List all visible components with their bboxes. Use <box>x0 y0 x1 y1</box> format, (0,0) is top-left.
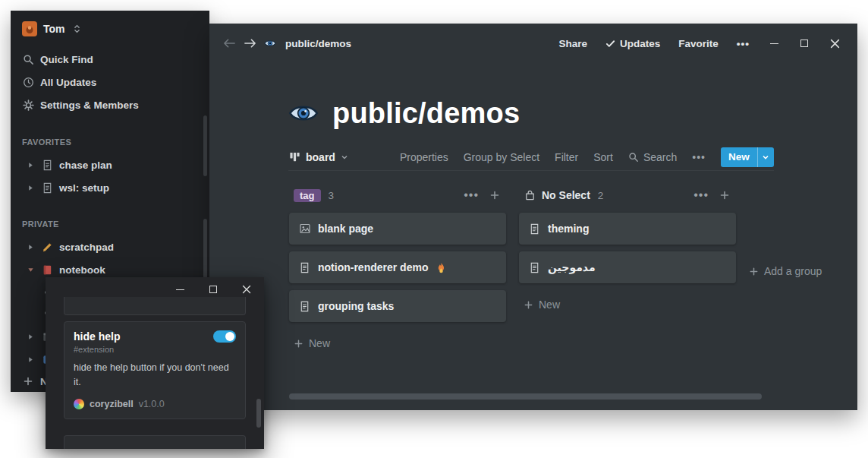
group-header: tag 3 ••• <box>289 185 506 206</box>
favorite-button[interactable]: Favorite <box>678 38 719 49</box>
collapse-toggle-icon[interactable] <box>26 267 35 273</box>
page-icon <box>298 262 311 273</box>
sidebar-item-all-updates[interactable]: All Updates <box>11 71 209 93</box>
view-more-button[interactable]: ••• <box>692 151 706 163</box>
more-button[interactable]: ••• <box>737 38 750 49</box>
page-title: public/demos <box>332 97 520 130</box>
forward-button[interactable] <box>244 38 256 49</box>
search-button[interactable]: Search <box>628 151 677 163</box>
page-icon <box>41 182 53 194</box>
board-card-arabic[interactable]: مدموجين <box>519 251 736 283</box>
board-card-blank-page[interactable]: blank page <box>289 213 506 245</box>
maximize-button[interactable] <box>798 39 810 47</box>
board-card-theming[interactable]: theming <box>519 213 736 245</box>
add-card-button[interactable]: New <box>289 333 506 354</box>
workspace-name: Tom <box>43 23 65 35</box>
eye-icon <box>264 37 276 49</box>
card-title: grouping tasks <box>318 300 394 312</box>
extension-popup-window: hide help #extension hide the help butto… <box>46 277 264 449</box>
board-card-grouping-tasks[interactable]: grouping tasks <box>289 290 506 322</box>
add-group-button[interactable]: Add a group <box>749 185 868 354</box>
search-label: Search <box>643 151 677 163</box>
plus-icon <box>749 267 759 276</box>
add-card-button[interactable]: New <box>519 294 736 315</box>
group-name[interactable]: No Select <box>524 189 590 201</box>
expand-toggle-icon[interactable] <box>26 356 35 363</box>
red-book-icon <box>41 264 53 276</box>
clock-icon <box>22 77 34 88</box>
group-more-button[interactable]: ••• <box>693 188 709 202</box>
properties-button[interactable]: Properties <box>400 151 448 163</box>
view-toolbar: board Properties Group by Select Filter … <box>288 144 774 171</box>
maximize-button[interactable] <box>208 286 219 293</box>
add-group-label: Add a group <box>764 265 822 277</box>
filter-button[interactable]: Filter <box>555 151 578 163</box>
main-titlebar: public/demos Share Updates Favorite ••• <box>209 24 857 63</box>
chevron-down-icon <box>341 153 348 161</box>
sidebar-item-settings-members[interactable]: Settings & Members <box>11 94 209 115</box>
titlebar-actions: Share Updates Favorite ••• <box>558 38 841 49</box>
plus-icon <box>22 376 34 387</box>
extension-title: hide help <box>74 330 120 343</box>
sidebar-scrollbar-thumb[interactable] <box>203 219 207 280</box>
add-card-label: New <box>309 337 330 349</box>
expand-toggle-icon[interactable] <box>26 333 35 340</box>
group-tag-badge[interactable]: tag <box>294 189 321 202</box>
view-switcher-board[interactable]: board <box>288 151 348 163</box>
board-view-icon <box>288 151 300 163</box>
sidebar-page-scratchpad[interactable]: scratchpad <box>11 236 209 257</box>
board-card-notion-renderer-demo[interactable]: notion-renderer demo <box>289 251 506 283</box>
minimize-button[interactable] <box>768 43 780 44</box>
board-group-tag: tag 3 ••• blank page <box>289 185 506 354</box>
extension-card-partial[interactable] <box>64 435 246 449</box>
extension-card-hide-help: hide help #extension hide the help butto… <box>64 321 246 419</box>
sidebar-page-chase-plan[interactable]: chase plan <box>11 154 209 175</box>
sidebar-item-quick-find[interactable]: Quick Find <box>11 49 209 70</box>
sort-button[interactable]: Sort <box>593 151 613 163</box>
main-window: public/demos Share Updates Favorite ••• <box>209 24 857 410</box>
plus-icon <box>294 339 303 349</box>
sidebar-scrollbar-thumb[interactable] <box>203 115 207 176</box>
chevron-down-icon[interactable] <box>758 153 774 161</box>
board-view: tag 3 ••• blank page <box>289 185 868 354</box>
updates-button[interactable]: Updates <box>605 38 660 49</box>
pencil-icon <box>41 242 53 253</box>
group-more-button[interactable]: ••• <box>464 188 479 202</box>
expand-toggle-icon[interactable] <box>26 185 35 191</box>
breadcrumb[interactable]: public/demos <box>285 38 351 49</box>
sidebar-page-label: notebook <box>59 264 105 276</box>
card-title: blank page <box>318 223 373 235</box>
close-button[interactable] <box>829 39 841 49</box>
new-button[interactable]: New <box>721 147 774 167</box>
expand-toggle-icon[interactable] <box>26 162 35 169</box>
page-icon <box>298 301 311 312</box>
horizontal-scrollbar-thumb[interactable] <box>289 393 762 400</box>
extension-tag: #extension <box>74 345 236 354</box>
group-add-card-button[interactable] <box>719 190 730 201</box>
group-by-button[interactable]: Group by Select <box>464 151 539 163</box>
no-select-icon <box>524 190 536 201</box>
minimize-button[interactable] <box>175 289 185 290</box>
workspace-avatar <box>22 21 37 36</box>
group-add-card-button[interactable] <box>489 190 500 201</box>
group-name-label: No Select <box>542 189 590 201</box>
back-button[interactable] <box>223 38 236 49</box>
popup-scrollbar-thumb[interactable] <box>256 399 261 428</box>
page-icon <box>41 160 53 171</box>
board-group-no-select: No Select 2 ••• theming <box>519 185 736 354</box>
share-button[interactable]: Share <box>558 38 587 49</box>
page-icon <box>528 223 541 235</box>
sidebar-page-wsl-setup[interactable]: wsl: setup <box>11 177 209 198</box>
extension-author: coryzibell <box>90 399 134 409</box>
group-count: 2 <box>598 190 604 201</box>
view-name: board <box>306 151 335 163</box>
sidebar-item-label: Quick Find <box>40 54 93 65</box>
page-eye-icon[interactable] <box>288 98 319 128</box>
page-icon <box>528 262 541 273</box>
extension-card-partial[interactable] <box>64 297 246 315</box>
expand-toggle-icon[interactable] <box>26 244 35 251</box>
hide-help-toggle[interactable] <box>213 330 236 343</box>
workspace-switcher[interactable]: Tom <box>11 18 209 39</box>
close-button[interactable] <box>241 285 252 294</box>
search-icon <box>22 54 34 65</box>
